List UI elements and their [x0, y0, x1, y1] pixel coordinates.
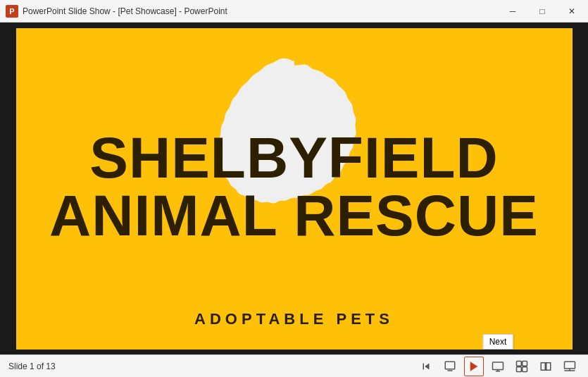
svg-marker-2	[470, 361, 478, 371]
presenter-view-icon[interactable]	[488, 357, 508, 376]
title-bar-left: P PowerPoint Slide Show - [Pet Showcase]…	[6, 5, 227, 18]
slide-subtitle: ADOPTABLE PETS	[194, 310, 394, 328]
svg-rect-10	[565, 361, 575, 369]
slide-layout-icon[interactable]	[440, 357, 460, 376]
svg-rect-3	[493, 362, 503, 370]
next-tooltip: Next	[483, 334, 513, 350]
slide-title: SHELBYFIELD ANIMAL RESCUE	[48, 128, 541, 244]
slide-count: Slide 1 of 13	[8, 361, 56, 371]
svg-rect-8	[517, 366, 522, 371]
window-title: PowerPoint Slide Show - [Pet Showcase] -…	[23, 6, 227, 16]
slide: SHELBYFIELD ANIMAL RESCUE ADOPTABLE PETS	[16, 28, 573, 350]
svg-rect-9	[523, 366, 527, 371]
status-bar-right: Next	[416, 357, 580, 376]
minimize-button[interactable]: ─	[496, 0, 529, 23]
slide-sorter-icon[interactable]	[512, 357, 532, 376]
slide-text-container: SHELBYFIELD ANIMAL RESCUE	[48, 128, 541, 244]
play-slideshow-icon[interactable]	[464, 357, 484, 376]
svg-rect-6	[517, 361, 522, 366]
svg-rect-7	[523, 361, 527, 366]
svg-rect-1	[447, 370, 453, 371]
close-button[interactable]: ✕	[556, 0, 588, 23]
maximize-button[interactable]: □	[526, 0, 558, 23]
app-icon: P	[6, 5, 18, 18]
reading-view-icon[interactable]	[536, 357, 556, 376]
notes-view-icon[interactable]	[560, 357, 580, 376]
title-bar: P PowerPoint Slide Show - [Pet Showcase]…	[0, 0, 588, 23]
slide-area[interactable]: SHELBYFIELD ANIMAL RESCUE ADOPTABLE PETS	[0, 23, 588, 354]
svg-rect-0	[445, 361, 455, 369]
window-controls: ─ □ ✕	[496, 0, 582, 23]
rewind-icon[interactable]	[416, 357, 436, 376]
status-bar: Slide 1 of 13 Next	[0, 354, 588, 377]
